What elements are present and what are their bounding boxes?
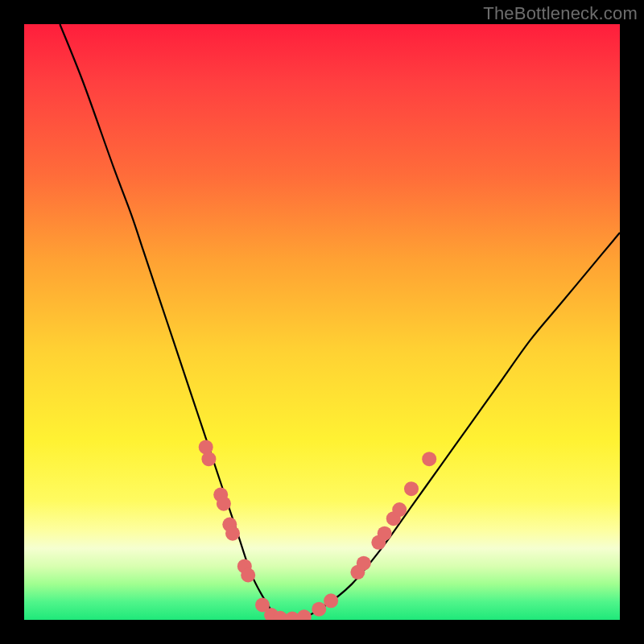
data-marker [241,568,255,583]
data-marker [297,609,312,620]
data-marker [217,497,231,511]
data-marker [392,502,407,517]
data-marker [324,593,338,608]
data-marker [201,452,216,466]
data-marker [422,452,436,466]
data-marker [378,526,392,541]
chart-overlay [24,24,620,620]
bottleneck-curve [60,24,620,620]
data-marker [357,556,371,571]
chart-frame: TheBottleneck.com [0,0,644,644]
watermark-text: TheBottleneck.com [483,3,638,24]
data-marker [404,481,419,496]
data-marker [225,526,240,541]
data-marker [312,602,326,617]
marker-layer [199,440,437,620]
